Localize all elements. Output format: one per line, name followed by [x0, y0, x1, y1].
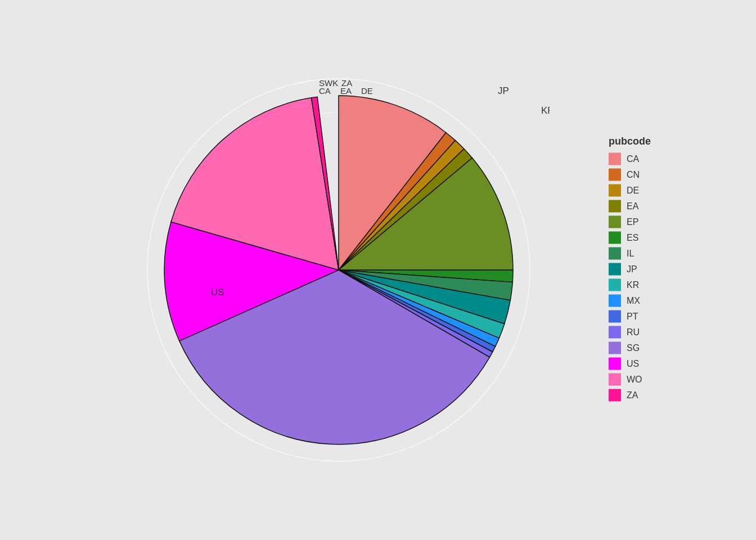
chart-area: SWKZACAEADEEPKRJPUSWOCA pubcode CA CN DE…: [83, 17, 673, 523]
pie-chart-svg: SWKZACAEADEEPKRJPUSWOCA: [128, 59, 550, 481]
legend-label-pt: PT: [627, 312, 638, 322]
legend-label-kr: KR: [627, 280, 639, 290]
legend-item-wo: WO: [609, 374, 651, 386]
legend-item-pt: PT: [609, 310, 651, 323]
legend-color-mx: [609, 295, 621, 307]
legend-color-pt: [609, 310, 621, 323]
legend-label-jp: JP: [627, 264, 637, 274]
legend-item-sg: SG: [609, 342, 651, 354]
legend-color-ru: [609, 326, 621, 339]
legend-item-jp: JP: [609, 263, 651, 276]
legend-item-ea: EA: [609, 200, 651, 213]
legend-color-jp: [609, 263, 621, 276]
legend-item-za: ZA: [609, 389, 651, 402]
legend-item-es: ES: [609, 232, 651, 244]
legend: pubcode CA CN DE EA EP ES IL JP KR MX PT…: [597, 130, 662, 411]
legend-label-ea: EA: [627, 201, 638, 212]
legend-label-mx: MX: [627, 296, 640, 306]
legend-label-cn: CN: [627, 170, 640, 180]
legend-label-es: ES: [627, 233, 638, 243]
label-de: DE: [361, 86, 373, 96]
legend-color-ea: [609, 200, 621, 213]
label-ca: CA: [319, 86, 331, 96]
legend-item-de: DE: [609, 184, 651, 197]
legend-item-ru: RU: [609, 326, 651, 339]
legend-label-ru: RU: [627, 327, 640, 338]
legend-label-wo: WO: [627, 375, 642, 385]
legend-item-us: US: [609, 358, 651, 370]
legend-color-ca: [609, 153, 621, 165]
legend-label-us: US: [627, 359, 639, 369]
main-container: SWKZACAEADEEPKRJPUSWOCA pubcode CA CN DE…: [0, 0, 756, 540]
legend-item-cn: CN: [609, 169, 651, 181]
label-ea: EA: [340, 86, 352, 96]
legend-label-sg: SG: [627, 343, 640, 353]
legend-title: pubcode: [609, 136, 651, 147]
legend-label-za: ZA: [627, 390, 638, 400]
legend-color-za: [609, 389, 621, 402]
legend-color-il: [609, 248, 621, 260]
legend-item-mx: MX: [609, 295, 651, 307]
legend-color-wo: [609, 374, 621, 386]
legend-item-ca: CA: [609, 153, 651, 165]
legend-color-sg: [609, 342, 621, 354]
legend-label-il: IL: [627, 249, 634, 259]
legend-color-us: [609, 358, 621, 370]
label-outer-kr: KR: [541, 105, 550, 116]
legend-label-ca: CA: [627, 154, 639, 164]
legend-color-de: [609, 184, 621, 197]
legend-item-ep: EP: [609, 216, 651, 228]
legend-label-de: DE: [627, 186, 639, 196]
legend-color-kr: [609, 279, 621, 291]
legend-color-cn: [609, 169, 621, 181]
legend-color-ep: [609, 216, 621, 228]
legend-label-ep: EP: [627, 217, 638, 227]
legend-color-es: [609, 232, 621, 244]
pie-container: SWKZACAEADEEPKRJPUSWOCA: [128, 59, 550, 481]
legend-item-kr: KR: [609, 279, 651, 291]
legend-item-il: IL: [609, 248, 651, 260]
label-outer-jp: JP: [498, 86, 509, 96]
label-outer-us: US: [211, 287, 224, 298]
